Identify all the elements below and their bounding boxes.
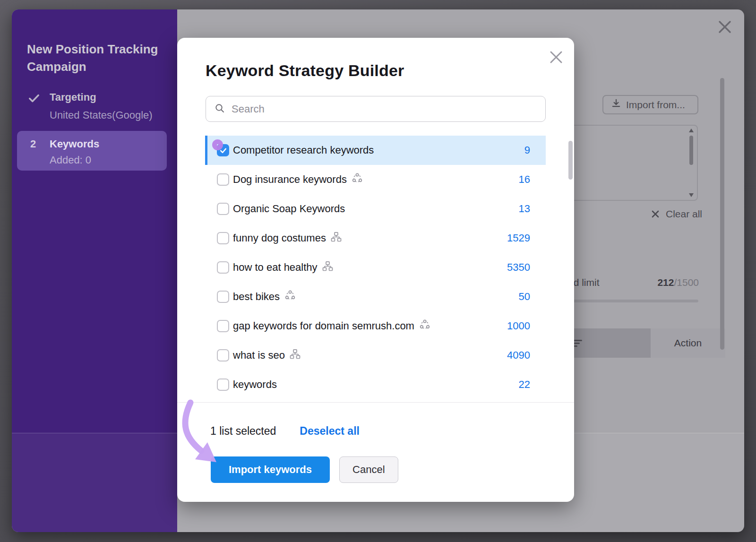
list-item[interactable]: Competitor research keywords 9 [206, 136, 546, 165]
window-close-icon[interactable] [717, 19, 732, 34]
checkbox[interactable] [217, 173, 229, 186]
clear-all-label: Clear all [666, 208, 702, 220]
search-icon [215, 103, 225, 115]
footer-divider [177, 402, 574, 403]
list-item[interactable]: what is seo 4090 [206, 341, 546, 370]
step-number: 2 [30, 138, 36, 150]
cluster-icon [419, 319, 430, 333]
keyword-count: 22 [519, 379, 530, 391]
list-name: best bikes [233, 291, 280, 303]
list-item[interactable]: keywords 22 [206, 370, 546, 399]
keyword-count: 13 [519, 203, 530, 215]
list-name: Organic Soap Keywords [233, 203, 345, 215]
sidebar-step-keywords[interactable]: 2 Keywords Added: 0 [17, 131, 167, 171]
keyword-count: 9 [524, 144, 530, 156]
keyword-limit-row: ord limit 212/1500 [565, 277, 699, 288]
list-name: how to eat healthy [233, 261, 318, 274]
targeting-value: United States(Google) [50, 109, 153, 121]
list-name: funny dog costumes [233, 232, 326, 244]
checkbox[interactable] [217, 349, 229, 361]
sitemap-icon [322, 261, 333, 275]
action-header-label: Action [674, 337, 702, 349]
keyword-count: 4090 [507, 349, 530, 361]
check-icon [28, 92, 40, 106]
cancel-button[interactable]: Cancel [339, 456, 398, 483]
sidebar-step-targeting: Targeting [50, 91, 96, 103]
sitemap-icon [331, 232, 342, 245]
download-icon [611, 98, 621, 111]
list-item[interactable]: funny dog costumes 1529 [206, 224, 546, 253]
scroll-down-icon[interactable] [689, 193, 694, 197]
import-from-button[interactable]: Import from... [602, 95, 698, 114]
keyword-strategy-builder-modal: Keyword Strategy Builder Competitor rese… [177, 38, 574, 502]
table-header-action: Action [651, 328, 725, 358]
sort-icon[interactable] [574, 338, 582, 348]
step-sublabel: Added: 0 [50, 154, 91, 166]
keyword-count: 16 [519, 173, 530, 186]
list-item[interactable]: best bikes 50 [206, 282, 546, 311]
checkbox[interactable] [217, 291, 229, 303]
checkbox[interactable] [217, 261, 229, 274]
clear-x-icon [651, 209, 660, 219]
keyword-limit-value: 212/1500 [657, 277, 699, 288]
list-name: what is seo [233, 349, 285, 361]
window-scrollbar[interactable] [720, 78, 724, 350]
list-item[interactable]: how to eat healthy 5350 [206, 253, 546, 282]
list-name: Dog insurance keywords [233, 173, 347, 186]
checkbox-checked[interactable] [217, 144, 229, 156]
limit-used: 212 [657, 277, 674, 288]
keyword-count: 50 [519, 291, 530, 303]
list-name: keywords [233, 379, 277, 391]
modal-title: Keyword Strategy Builder [206, 61, 404, 80]
checkbox[interactable] [217, 379, 229, 391]
step-label: Keywords [50, 138, 99, 150]
keyword-count: 1000 [507, 320, 530, 332]
keyword-count: 1529 [507, 232, 530, 244]
list-item[interactable]: Dog insurance keywords 16 [206, 165, 546, 194]
keyword-count: 5350 [507, 261, 530, 274]
textarea-scrollbar[interactable] [688, 128, 694, 198]
sitemap-icon [290, 349, 301, 362]
cluster-icon [284, 290, 296, 304]
keyword-limit-progressbar [553, 300, 698, 302]
limit-max: /1500 [674, 277, 699, 288]
search-input[interactable] [231, 103, 537, 116]
keyword-lists: Competitor research keywords 9 Dog insur… [206, 136, 546, 399]
list-item[interactable]: Organic Soap Keywords 13 [206, 194, 546, 224]
checkbox[interactable] [217, 320, 229, 332]
checkbox[interactable] [217, 203, 229, 215]
deselect-all-link[interactable]: Deselect all [300, 425, 360, 438]
scrollbar-thumb[interactable] [689, 136, 693, 165]
import-from-label: Import from... [626, 99, 685, 111]
scroll-up-icon[interactable] [689, 129, 694, 132]
list-name: gap keywords for domain semrush.com [233, 320, 414, 332]
search-box[interactable] [206, 96, 546, 122]
cluster-icon [352, 172, 363, 187]
modal-list-scrollbar[interactable] [568, 141, 573, 180]
clear-all-button[interactable]: Clear all [651, 208, 702, 220]
selected-count-text: 1 list selected [210, 425, 276, 438]
list-item[interactable]: gap keywords for domain semrush.com 1000 [206, 311, 546, 341]
modal-close-icon[interactable] [549, 50, 564, 65]
campaign-title: New Position Tracking Campaign [27, 41, 169, 76]
import-keywords-button[interactable]: Import keywords [211, 456, 330, 483]
list-name: Competitor research keywords [233, 144, 374, 156]
checkbox[interactable] [217, 232, 229, 244]
